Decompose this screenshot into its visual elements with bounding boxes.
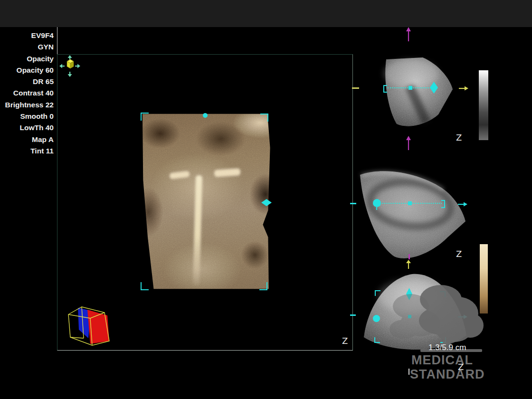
panel-b-left-axis-marker[interactable] [350,203,356,204]
grayscale-map-bar [479,70,488,140]
watermark-text-line1: MEDICAL [411,354,473,367]
panel-b-center-handle[interactable] [408,201,412,205]
panel-a-caliper-open-bracket[interactable] [383,85,387,93]
sidebar-item-opacity: Opacity [0,53,55,65]
roi-bracket-bottom-right[interactable] [259,282,267,290]
panel-a-bottom-plane-arrow[interactable] [406,136,411,151]
sidebar-item-tint: Tint 11 [0,145,55,157]
roi-bracket-bottom-left[interactable] [141,282,149,290]
sidebar-item-lowth: LowTh 40 [0,122,55,133]
sidebar-item-brightness: Brightness 22 [0,99,55,111]
sidebar-item-opacity-60: Opacity 60 [0,65,55,76]
panel-b-caliper-close-bracket[interactable] [441,200,445,208]
sidebar-item-contrast: Contrast 40 [0,87,55,99]
sidebar-item-map: Map A [0,134,55,145]
panel-c-bottom-tick [408,369,409,375]
sidebar-item-probe: EV9F4 [0,30,55,41]
panel-b-plane-label: Z [456,249,462,259]
panel-b-measure-dotted-line[interactable] [382,203,442,204]
panel-a-left-axis-marker[interactable] [352,87,359,89]
roi-bracket-top-left[interactable] [141,113,149,121]
panel-b-caliper-circle[interactable] [373,199,381,207]
roi-bracket-top-right[interactable] [260,114,268,122]
main-plane-label: Z [342,336,348,346]
top-letterbox-strip [0,0,532,27]
panel-a-plane-label: Z [456,133,462,142]
watermark-text-line2: STANDARD [410,368,485,381]
panel-a-center-handle[interactable] [408,86,412,90]
sidebar-item-preset: GYN [0,41,55,53]
panel-b-viewport[interactable] [354,165,468,265]
panel-c-left-axis-marker[interactable] [350,314,356,316]
volume-render-image[interactable] [139,112,271,291]
panel-a-viewport[interactable] [378,54,458,130]
panel-b-right-arrow[interactable] [458,202,467,207]
panel-a-top-plane-arrow[interactable] [406,27,411,42]
panel-c-plane-label: Z [458,362,464,372]
render-speckle-texture [139,112,271,291]
orientation-cube-icon[interactable] [64,301,114,346]
panel-a-right-arrow[interactable] [459,86,468,91]
sidebar-item-dr: DR 65 [0,76,55,87]
panel-b-caliper-circle-tail [376,207,377,210]
move-tool-icon[interactable] [59,55,80,77]
parameter-sidebar: EV9F4 GYN Opacity Opacity 60 DR 65 Contr… [0,30,55,157]
measurement-readout: 1.3/5.9 cm [428,343,466,352]
roi-top-handle-dot[interactable] [203,113,208,118]
sidebar-item-smooth: Smooth 0 [0,111,55,122]
ultrasound-screen: EV9F4 GYN Opacity Opacity 60 DR 65 Contr… [0,0,532,399]
panel-c-top-plane-arrow[interactable] [406,260,411,269]
panel-b-bottom-plane-tick[interactable] [408,254,410,259]
